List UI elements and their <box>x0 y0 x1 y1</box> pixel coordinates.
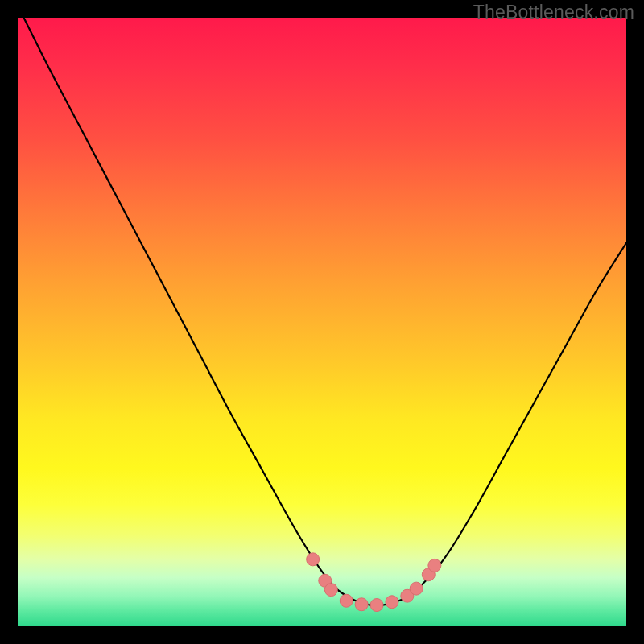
plot-area <box>18 18 626 626</box>
curve-marker <box>307 553 320 566</box>
curve-marker <box>355 598 368 611</box>
chart-frame: TheBottleneck.com <box>0 0 644 644</box>
curve-marker <box>340 594 353 607</box>
curve-marker <box>324 584 337 597</box>
curve-marker <box>370 599 383 612</box>
curve-marker <box>428 559 441 572</box>
curve-marker <box>386 596 398 609</box>
curve-marker <box>410 582 423 595</box>
curve-markers <box>18 18 626 626</box>
watermark-label: TheBottleneck.com <box>473 2 634 23</box>
